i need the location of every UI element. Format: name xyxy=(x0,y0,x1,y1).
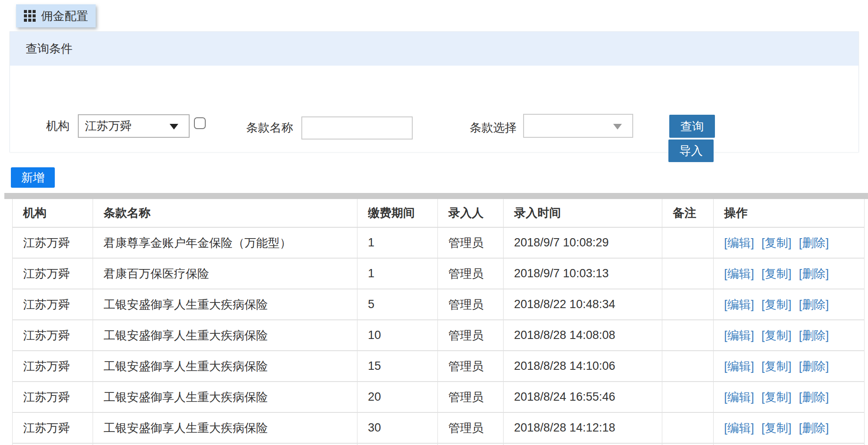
cell-remark xyxy=(662,351,713,381)
delete-link[interactable]: [删除] xyxy=(799,235,829,251)
delete-link[interactable]: [删除] xyxy=(799,359,829,374)
cell-clause: 工银安盛御享人生重大疾病保险 xyxy=(93,289,357,319)
edit-link[interactable]: [编辑] xyxy=(724,359,754,374)
cell-remark xyxy=(662,413,713,443)
cell-clause: 工银安盛御享人生重大疾病保险 xyxy=(93,351,357,381)
copy-link[interactable]: [复制] xyxy=(761,266,791,282)
query-panel-header: 查询条件 xyxy=(10,32,858,66)
chevron-down-icon xyxy=(613,124,622,130)
search-button[interactable]: 查询 xyxy=(669,115,715,138)
cell-operator: 管理员 xyxy=(437,259,503,289)
cell-actions: [编辑] [复制] [删除] xyxy=(713,351,865,381)
cell-clause: 工银安盛御享人生重大疾病保险 xyxy=(93,413,357,443)
add-button[interactable]: 新增 xyxy=(11,167,55,188)
cell-period: 20 xyxy=(357,382,437,412)
delete-link[interactable]: [删除] xyxy=(799,389,829,405)
cell-operator: 管理员 xyxy=(437,228,503,258)
cell-period: 1 xyxy=(357,228,437,258)
cell-period: 15 xyxy=(357,351,437,381)
edit-link[interactable]: [编辑] xyxy=(724,328,754,343)
cell-actions: [编辑] [复制] [删除] xyxy=(713,320,865,350)
cell-actions: [编辑] [复制] [删除] xyxy=(713,382,865,412)
cell-org: 江苏万舜 xyxy=(12,413,93,443)
edit-link[interactable]: [编辑] xyxy=(724,266,754,282)
cell-clause: 君康尊享金账户年金保险（万能型） xyxy=(93,228,357,258)
cell-remark xyxy=(662,382,713,412)
query-panel-title: 查询条件 xyxy=(26,41,73,56)
cell-org: 江苏万舜 xyxy=(12,289,93,319)
cell-time: 2018/8/28 14:10:06 xyxy=(503,351,662,381)
cell-period: 10 xyxy=(357,320,437,350)
cell-actions: [编辑] [复制] [删除] xyxy=(713,289,865,319)
copy-link[interactable]: [复制] xyxy=(761,297,791,312)
table-row: 江苏万舜 君康尊享金账户年金保险（万能型） 1 管理员 2018/9/7 10:… xyxy=(12,228,865,259)
cell-org: 江苏万舜 xyxy=(12,351,93,381)
cell-time: 2018/8/28 14:12:18 xyxy=(503,413,662,443)
cell-clause: 君康百万保医疗保险 xyxy=(93,259,357,289)
cell-org: 江苏万舜 xyxy=(12,259,93,289)
horizontal-scrollbar[interactable] xyxy=(4,193,868,199)
clause-name-input[interactable] xyxy=(301,116,413,139)
copy-link[interactable]: [复制] xyxy=(761,420,791,436)
cell-period: 30 xyxy=(357,413,437,443)
table-row: 江苏万舜 工银安盛御享人生重大疾病保险 30 管理员 2018/8/28 14:… xyxy=(12,413,865,444)
copy-link[interactable]: [复制] xyxy=(761,235,791,251)
cell-period: 1 xyxy=(357,259,437,289)
chevron-down-icon xyxy=(170,124,178,130)
cell-operator: 管理员 xyxy=(437,351,503,381)
tab-label: 佣金配置 xyxy=(41,8,88,24)
cell-operator: 管理员 xyxy=(437,320,503,350)
column-header-org: 机构 xyxy=(12,199,93,227)
edit-link[interactable]: [编辑] xyxy=(724,235,754,251)
cell-period: 5 xyxy=(357,289,437,319)
cell-remark xyxy=(662,320,713,350)
column-header-time: 录入时间 xyxy=(503,199,662,227)
table-row: 江苏万舜 工银安盛御享人生重大疾病保险 15 管理员 2018/8/28 14:… xyxy=(12,351,865,382)
cell-org: 江苏万舜 xyxy=(12,228,93,258)
column-header-period: 缴费期间 xyxy=(357,199,437,227)
edit-link[interactable]: [编辑] xyxy=(724,297,754,312)
copy-link[interactable]: [复制] xyxy=(761,328,791,343)
delete-link[interactable]: [删除] xyxy=(799,328,829,343)
clause-select[interactable] xyxy=(523,114,633,138)
org-label: 机构 xyxy=(46,120,70,133)
cell-time: 2018/8/22 10:48:34 xyxy=(503,289,662,319)
cell-actions: [编辑] [复制] [删除] xyxy=(713,259,865,289)
table-header-row: 机构 条款名称 缴费期间 录入人 录入时间 备注 操作 xyxy=(12,199,865,228)
table-row: 江苏万舜 工银安盛御享人生重大疾病保险 10 管理员 2018/8/28 14:… xyxy=(12,320,865,351)
column-header-actions: 操作 xyxy=(713,199,865,227)
clause-name-label: 条款名称 xyxy=(246,121,293,134)
cell-clause: 工银安盛御享人生重大疾病保险 xyxy=(93,382,357,412)
cell-actions: [编辑] [复制] [删除] xyxy=(713,413,865,443)
delete-link[interactable]: [删除] xyxy=(799,297,829,312)
org-select-value: 江苏万舜 xyxy=(85,118,132,134)
cell-operator: 管理员 xyxy=(437,289,503,319)
delete-link[interactable]: [删除] xyxy=(799,266,829,282)
copy-link[interactable]: [复制] xyxy=(761,389,791,405)
table-row: 江苏万舜 工银安盛御享人生重大疾病保险 20 管理员 2018/8/24 16:… xyxy=(12,382,865,413)
records-table: 机构 条款名称 缴费期间 录入人 录入时间 备注 操作 江苏万舜 君康尊享金账户… xyxy=(12,199,865,445)
edit-link[interactable]: [编辑] xyxy=(724,420,754,436)
cell-remark xyxy=(662,259,713,289)
column-header-operator: 录入人 xyxy=(437,199,503,227)
grid-icon xyxy=(24,10,36,22)
tab-commission-config[interactable]: 佣金配置 xyxy=(16,4,96,27)
cell-operator: 管理员 xyxy=(437,382,503,412)
column-header-remark: 备注 xyxy=(662,199,713,227)
cell-actions: [编辑] [复制] [删除] xyxy=(713,228,865,258)
copy-link[interactable]: [复制] xyxy=(761,359,791,374)
org-checkbox[interactable] xyxy=(194,117,206,129)
column-header-clause: 条款名称 xyxy=(93,199,357,227)
cell-time: 2018/8/28 14:08:08 xyxy=(503,320,662,350)
table-row: 江苏万舜 工银安盛御享人生重大疾病保险 5 管理员 2018/8/22 10:4… xyxy=(12,289,865,320)
cell-remark xyxy=(662,289,713,319)
edit-link[interactable]: [编辑] xyxy=(724,389,754,405)
clause-select-label: 条款选择 xyxy=(470,121,517,134)
cell-time: 2018/8/24 16:55:46 xyxy=(503,382,662,412)
query-panel-body: 机构 江苏万舜 条款名称 条款选择 查询 导入 xyxy=(10,66,858,152)
query-panel: 查询条件 机构 江苏万舜 条款名称 条款选择 查询 导入 xyxy=(10,31,859,152)
delete-link[interactable]: [删除] xyxy=(799,420,829,436)
import-button[interactable]: 导入 xyxy=(668,139,714,162)
org-select[interactable]: 江苏万舜 xyxy=(78,114,190,138)
cell-time: 2018/9/7 10:03:13 xyxy=(503,259,662,289)
